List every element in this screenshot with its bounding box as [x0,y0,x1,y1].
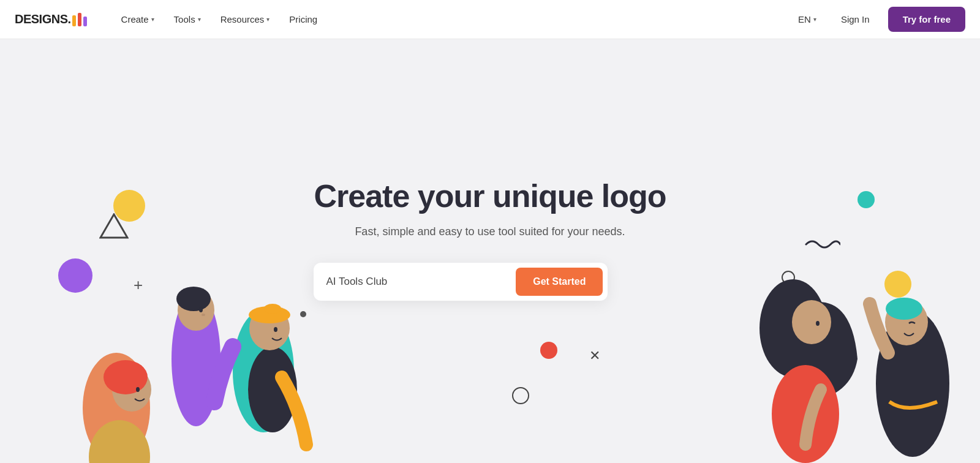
lang-label: EN [798,14,811,24]
svg-rect-0 [72,15,76,26]
svg-point-13 [202,314,205,316]
chevron-down-icon: ▾ [813,16,816,23]
svg-point-18 [264,304,281,314]
deco-plus-right: ✕ [589,348,600,364]
illustration-left [0,181,343,463]
svg-rect-1 [78,13,81,26]
hero-search-row: Get Started [314,263,608,301]
sign-in-button[interactable]: Sign In [832,9,878,29]
deco-ring-bottom [512,387,529,404]
hero-subtitle: Fast, simple and easy to use tool suited… [314,225,666,238]
chevron-down-icon: ▾ [151,16,154,23]
nav-item-pricing[interactable]: Pricing [281,9,326,29]
svg-point-11 [176,287,211,311]
hero-section: + ✕ [0,0,980,463]
svg-rect-2 [83,17,87,26]
nav-tools-label: Tools [174,14,195,24]
navigation: DESIGNS. Create ▾ Tools ▾ Resources ▾ Pr… [0,0,980,39]
logo[interactable]: DESIGNS. [15,12,88,26]
illustration-right [686,181,980,463]
nav-item-create[interactable]: Create ▾ [113,9,163,29]
nav-right: EN ▾ Sign In Try for free [792,7,965,32]
nav-menu: Create ▾ Tools ▾ Resources ▾ Pricing [113,9,793,29]
nav-item-resources[interactable]: Resources ▾ [212,9,279,29]
svg-point-19 [274,327,277,332]
nav-create-label: Create [121,14,149,24]
nav-resources-label: Resources [221,14,265,24]
svg-point-23 [816,321,820,326]
logo-ai-icon [72,13,88,26]
chevron-down-icon: ▾ [266,16,270,23]
svg-point-8 [136,387,140,392]
chevron-down-icon: ▾ [198,16,201,23]
hero-content: Create your unique logo Fast, simple and… [314,178,666,301]
deco-circle-red [540,342,557,359]
try-free-button[interactable]: Try for free [888,7,965,32]
logo-text: DESIGNS. [15,12,71,26]
business-name-input[interactable] [326,276,516,288]
language-selector[interactable]: EN ▾ [792,9,823,29]
svg-point-22 [792,300,831,344]
nav-item-tools[interactable]: Tools ▾ [165,9,209,29]
svg-point-26 [886,298,922,320]
nav-pricing-label: Pricing [289,14,317,24]
get-started-button[interactable]: Get Started [516,268,603,296]
svg-point-7 [104,360,148,394]
svg-point-12 [199,307,203,312]
hero-title: Create your unique logo [314,178,666,214]
